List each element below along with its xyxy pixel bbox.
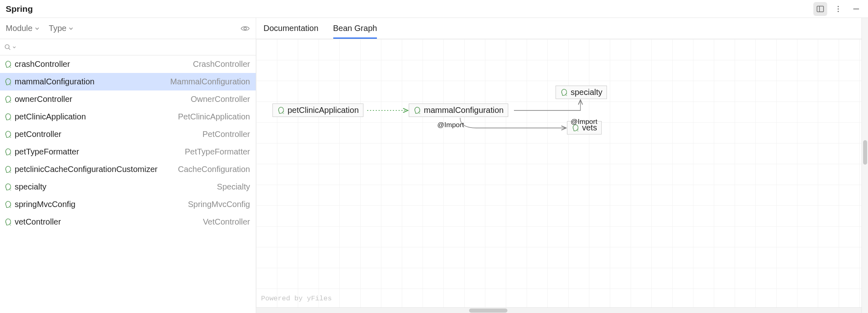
bean-name: specialty: [15, 182, 46, 192]
bean-type: PetController: [202, 130, 250, 139]
spring-bean-icon: c: [4, 78, 12, 86]
spring-bean-icon: c: [4, 60, 12, 68]
graph-node-mammalConfiguration[interactable]: cmammalConfiguration: [409, 104, 508, 117]
tab-bar: DocumentationBean Graph: [256, 18, 868, 39]
bean-type: Specialty: [217, 182, 250, 192]
bean-name: crashController: [15, 60, 70, 69]
bean-type: PetClinicApplication: [178, 112, 250, 121]
graph-node-specialty[interactable]: cspecialty: [556, 86, 607, 99]
spring-bean-icon: c: [4, 165, 12, 174]
graph-edges: [256, 39, 868, 313]
spring-bean-icon: c: [4, 218, 12, 226]
graph-attribution: Powered by yFiles: [261, 295, 332, 302]
graph-node-petClinicApplication[interactable]: cpetClinicApplication: [272, 104, 363, 117]
spring-bean-icon: c: [4, 201, 12, 209]
edge-label: @Import: [437, 121, 464, 129]
bean-list[interactable]: ccrashControllerCrashControllercmammalCo…: [0, 55, 256, 313]
detail-panel: DocumentationBean Graph Powered b: [256, 18, 868, 313]
bean-row-specialty[interactable]: cspecialtySpecialty: [0, 178, 256, 196]
bean-row-vetController[interactable]: cvetControllerVetController: [0, 213, 256, 231]
bean-type: SpringMvcConfig: [188, 200, 250, 209]
bean-type: CacheConfiguration: [178, 165, 250, 174]
svg-text:c: c: [9, 152, 11, 156]
svg-text:c: c: [577, 128, 579, 132]
minimize-button[interactable]: [849, 2, 863, 16]
svg-text:c: c: [9, 187, 11, 191]
bean-name: petClinicApplication: [15, 112, 86, 121]
svg-text:c: c: [9, 205, 11, 209]
bean-type: OwnerController: [190, 95, 250, 104]
svg-text:c: c: [9, 82, 11, 86]
svg-text:c: c: [282, 111, 284, 115]
tool-window-header: Spring: [0, 0, 868, 18]
chevron-down-icon: [68, 26, 74, 31]
bean-type: PetTypeFormatter: [185, 147, 250, 156]
bean-list-panel: Module Type ccrashControllerCrashControl…: [0, 18, 256, 313]
graph-node-label: mammalConfiguration: [424, 106, 504, 115]
svg-text:c: c: [9, 170, 11, 174]
bean-row-petClinicApplication[interactable]: cpetClinicApplicationPetClinicApplicatio…: [0, 108, 256, 126]
bean-name: mammalConfiguration: [15, 77, 95, 86]
chevron-down-icon: [34, 26, 40, 31]
bean-name: petController: [15, 130, 62, 139]
graph-node-label: petClinicApplication: [288, 106, 359, 115]
window-title: Spring: [5, 4, 33, 14]
svg-text:c: c: [9, 100, 11, 104]
spring-bean-icon: c: [4, 130, 12, 139]
search-icon: [4, 44, 11, 51]
vertical-scrollbar[interactable]: [861, 18, 868, 313]
bean-row-ownerController[interactable]: cownerControllerOwnerController: [0, 90, 256, 108]
spring-bean-icon: c: [277, 106, 285, 115]
bean-name: ownerController: [15, 95, 72, 104]
spring-bean-icon: c: [560, 88, 568, 97]
spring-bean-icon: c: [4, 183, 12, 191]
bean-row-springMvcConfig[interactable]: cspringMvcConfigSpringMvcConfig: [0, 196, 256, 213]
vertical-scroll-thumb[interactable]: [863, 140, 867, 165]
svg-line-8: [9, 48, 11, 50]
chevron-down-icon: [12, 45, 16, 49]
module-filter[interactable]: Module: [6, 24, 40, 33]
left-toolbar: Module Type: [0, 18, 256, 39]
bean-graph-canvas[interactable]: Powered by yFiles cpetClinicApplicationc…: [256, 39, 868, 313]
edge-label: @Import: [571, 118, 597, 126]
horizontal-scrollbar[interactable]: [256, 307, 861, 313]
bean-row-mammalConfiguration[interactable]: cmammalConfigurationMammalConfiguration: [0, 73, 256, 90]
bean-row-crashController[interactable]: ccrashControllerCrashController: [0, 55, 256, 73]
bean-name: vetController: [15, 217, 61, 227]
horizontal-scroll-thumb[interactable]: [469, 309, 507, 313]
bean-name: petTypeFormatter: [15, 147, 79, 156]
tab-documentation[interactable]: Documentation: [264, 18, 319, 39]
bean-name: springMvcConfig: [15, 200, 75, 209]
spring-bean-icon: c: [4, 95, 12, 104]
bean-type: MammalConfiguration: [170, 77, 250, 86]
bean-row-petController[interactable]: cpetControllerPetController: [0, 126, 256, 143]
svg-text:c: c: [9, 117, 11, 121]
svg-text:c: c: [9, 223, 11, 226]
visibility-toggle[interactable]: [240, 24, 250, 33]
type-filter-label: Type: [49, 24, 66, 33]
bean-row-petclinicCacheConfigurationCustomizer[interactable]: cpetclinicCacheConfigurationCustomizerCa…: [0, 161, 256, 178]
svg-text:c: c: [418, 111, 421, 115]
layout-toggle-button[interactable]: [813, 2, 827, 16]
svg-rect-0: [817, 6, 824, 12]
svg-point-7: [5, 44, 9, 48]
svg-text:c: c: [9, 65, 11, 68]
tab-bean-graph[interactable]: Bean Graph: [333, 18, 377, 39]
more-options-button[interactable]: [831, 2, 845, 16]
bean-type: VetController: [203, 217, 250, 227]
bean-name: petclinicCacheConfigurationCustomizer: [15, 165, 157, 174]
module-filter-label: Module: [6, 24, 33, 33]
svg-point-6: [244, 27, 246, 30]
svg-point-3: [837, 8, 839, 9]
bean-type: CrashController: [193, 60, 250, 69]
graph-node-label: specialty: [571, 88, 602, 97]
svg-point-4: [837, 11, 839, 12]
svg-text:c: c: [565, 93, 567, 97]
search-row[interactable]: [0, 39, 256, 55]
svg-point-2: [837, 6, 839, 7]
spring-bean-icon: c: [4, 113, 12, 121]
bean-row-petTypeFormatter[interactable]: cpetTypeFormatterPetTypeFormatter: [0, 143, 256, 161]
spring-bean-icon: c: [413, 106, 421, 115]
header-actions: [813, 2, 863, 16]
type-filter[interactable]: Type: [49, 24, 74, 33]
